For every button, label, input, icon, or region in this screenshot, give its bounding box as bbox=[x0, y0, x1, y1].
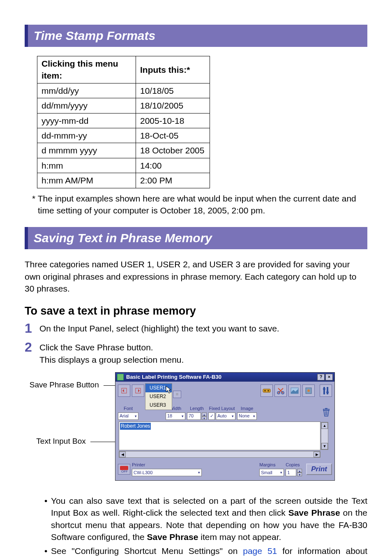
cell: 18/10/2005 bbox=[136, 98, 210, 113]
step-number: 2 bbox=[25, 341, 39, 354]
table-row: d mmmm yyyy18 October 2005 bbox=[37, 143, 210, 158]
step-number: 1 bbox=[25, 322, 39, 335]
v-scrollbar[interactable]: ▲ ▼ bbox=[321, 422, 328, 450]
margins-value: Small bbox=[261, 470, 272, 476]
copies-label: Copies bbox=[286, 462, 300, 468]
width-value: 18 bbox=[167, 413, 172, 419]
subheading-save-text: To save a text in phrase memory bbox=[25, 303, 367, 319]
svg-point-12 bbox=[323, 388, 325, 390]
landscape-icon[interactable] bbox=[288, 385, 301, 397]
print-button[interactable]: Print bbox=[306, 463, 332, 475]
image-combo[interactable]: None▾ bbox=[237, 412, 257, 420]
history-list-icon[interactable]: ≡ bbox=[173, 391, 181, 398]
fixed-layout-combo[interactable]: Auto▾ bbox=[216, 412, 235, 420]
step-2: 2 Click the Save Phrase button. This dis… bbox=[25, 341, 367, 366]
fixed-layout-checkbox[interactable]: ✓ bbox=[208, 412, 215, 420]
svg-rect-2 bbox=[263, 389, 270, 392]
tape-icon[interactable] bbox=[261, 385, 273, 397]
width-combo[interactable]: 18▾ bbox=[166, 412, 185, 420]
length-label: Length bbox=[190, 405, 204, 412]
text: item may not appear. bbox=[198, 532, 281, 542]
section-header-time-stamp: Time Stamp Formats bbox=[25, 25, 367, 47]
app-window: Basic Label Printing Software FA-B30 ? ×… bbox=[115, 372, 335, 481]
image-label: Image bbox=[241, 405, 254, 412]
margins-label: Margins bbox=[259, 462, 275, 468]
h-scrollbar[interactable]: ◀ ▶ bbox=[119, 451, 321, 458]
svg-rect-15 bbox=[325, 408, 327, 409]
step-subtext: This displays a group selection menu. bbox=[39, 354, 367, 366]
scroll-up-icon[interactable]: ▲ bbox=[321, 422, 328, 429]
cell: 2005-10-18 bbox=[136, 113, 210, 128]
toggle-off-icon[interactable]: OFF bbox=[118, 464, 130, 475]
table-row: dd/mm/yyyy18/10/2005 bbox=[37, 98, 210, 113]
table-row: h:mm14:00 bbox=[37, 158, 210, 173]
table-row: dd-mmm-yy18-Oct-05 bbox=[37, 128, 210, 143]
th-inputs: Inputs this:* bbox=[136, 56, 210, 83]
close-button[interactable]: × bbox=[325, 374, 333, 380]
cell: 10/18/05 bbox=[136, 83, 210, 98]
callout-save-phrase-button: Save Phrase Button bbox=[30, 380, 99, 389]
copies-spinner[interactable]: 1 bbox=[286, 469, 296, 476]
cursor-icon bbox=[166, 386, 172, 394]
scroll-down-icon[interactable]: ▼ bbox=[321, 443, 328, 449]
svg-point-3 bbox=[264, 390, 266, 392]
spin-down-icon[interactable]: ▼ bbox=[297, 473, 302, 476]
insert-phrase-icon[interactable] bbox=[118, 385, 130, 397]
cell: d mmmm yyyy bbox=[37, 143, 136, 158]
font-value: Arial bbox=[120, 413, 129, 419]
step-body: On the Input Panel, select (highlight) t… bbox=[39, 322, 367, 334]
spin-down-icon[interactable]: ▼ bbox=[202, 416, 207, 420]
cell: 18-Oct-05 bbox=[136, 128, 210, 143]
cell: dd-mmm-yy bbox=[37, 128, 136, 143]
spin-up-icon[interactable]: ▲ bbox=[202, 412, 207, 416]
table-row: yyyy-mm-dd2005-10-18 bbox=[37, 113, 210, 128]
step-1: 1 On the Input Panel, select (highlight)… bbox=[25, 322, 367, 335]
length-spinner[interactable]: 70 bbox=[187, 412, 201, 420]
svg-point-13 bbox=[326, 391, 329, 394]
image-value: None bbox=[239, 413, 249, 419]
scroll-right-icon[interactable]: ▶ bbox=[314, 452, 320, 457]
svg-point-4 bbox=[267, 390, 269, 392]
step-body: Click the Save Phrase button. bbox=[39, 341, 367, 353]
save-phrase-icon[interactable] bbox=[132, 385, 144, 397]
screenshot-diagram: Save Phrase Button Text Input Box Basic … bbox=[25, 372, 367, 487]
copies-value: 1 bbox=[287, 470, 290, 476]
help-button[interactable]: ? bbox=[317, 374, 325, 380]
settings-icon[interactable] bbox=[302, 385, 315, 397]
note-bullet: See "Configuring Shortcut Menu Settings"… bbox=[44, 545, 367, 556]
scissors-icon[interactable] bbox=[274, 385, 287, 397]
cell: mm/dd/yy bbox=[37, 83, 136, 98]
callout-text-input-box: Text Input Box bbox=[36, 437, 85, 445]
text: See "Configuring Shortcut Menu Settings"… bbox=[51, 546, 243, 556]
cell: h:mm bbox=[37, 158, 136, 173]
margins-combo[interactable]: Small▾ bbox=[259, 469, 284, 476]
length-value: 70 bbox=[189, 413, 194, 419]
page-link[interactable]: page 51 bbox=[243, 546, 277, 556]
font-label: Font bbox=[124, 405, 133, 412]
titlebar[interactable]: Basic Label Printing Software FA-B30 ? × bbox=[115, 373, 334, 382]
table-row: mm/dd/yy10/18/05 bbox=[37, 83, 210, 98]
cell: 2:00 PM bbox=[136, 173, 210, 188]
fixed-layout-value: Auto bbox=[217, 413, 227, 419]
text-input-box[interactable]: Robert Jones ▲ ▼ bbox=[119, 422, 321, 450]
options-icon[interactable] bbox=[320, 385, 332, 397]
th-menu-item: Clicking this menu item: bbox=[37, 56, 136, 83]
printer-value: CW-L300 bbox=[134, 470, 152, 476]
menu-item-user3[interactable]: USER3 bbox=[145, 401, 172, 410]
cell: 18 October 2005 bbox=[136, 143, 210, 158]
bold-save-phrase: Save Phrase bbox=[288, 508, 340, 517]
trash-icon[interactable] bbox=[321, 407, 332, 418]
cell: yyyy-mm-dd bbox=[37, 113, 136, 128]
svg-point-9 bbox=[307, 389, 310, 392]
scroll-left-icon[interactable]: ◀ bbox=[119, 452, 126, 457]
intro-paragraph: Three categories named USER 1, USER 2, a… bbox=[25, 258, 367, 294]
app-title: Basic Label Printing Software FA-B30 bbox=[126, 373, 221, 381]
footnote: * The input examples shown here are what… bbox=[32, 192, 367, 217]
cell: dd/mm/yyyy bbox=[37, 98, 136, 113]
fixed-layout-label: Fixed Layout bbox=[209, 405, 235, 412]
formats-table: Clicking this menu item: Inputs this:* m… bbox=[37, 56, 210, 188]
table-row: h:mm AM/PM2:00 PM bbox=[37, 173, 210, 188]
spin-up-icon[interactable]: ▲ bbox=[297, 469, 302, 473]
printer-combo[interactable]: CW-L300▾ bbox=[132, 469, 202, 476]
font-combo[interactable]: Arial▾ bbox=[118, 412, 138, 420]
